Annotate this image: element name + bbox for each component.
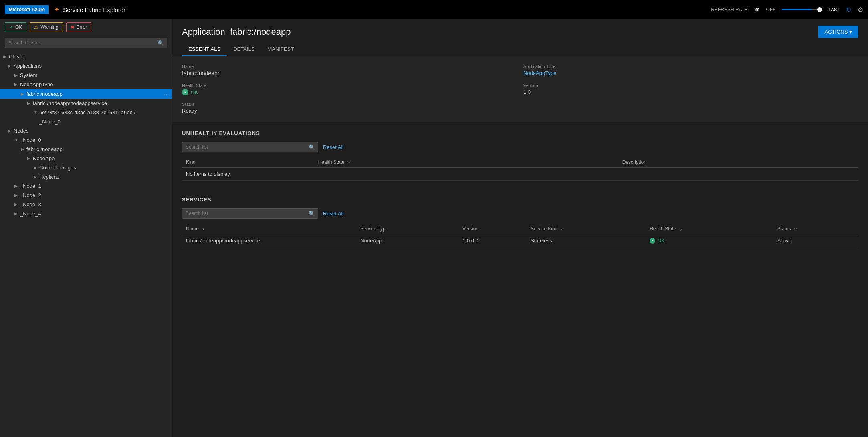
chevron-instance: ▼ — [34, 110, 39, 115]
tab-manifest[interactable]: MANIFEST — [261, 43, 300, 56]
status-filter-icon[interactable]: ▽ — [794, 227, 797, 231]
sidebar-item-applications[interactable]: ▶Applications — [0, 61, 172, 70]
sidebar-item-codepackages[interactable]: ▶Code Packages — [0, 163, 172, 172]
sidebar-item-instance[interactable]: ▼5ef23f37-633c-43ac-a138-7e15314a6bb9 — [0, 108, 172, 117]
essentials-grid: Name fabric:/nodeapp Application Type No… — [182, 64, 858, 114]
unhealthy-table: Kind Health State ▽ Description No items… — [182, 157, 858, 181]
chevron-nodeapp2: ▶ — [27, 156, 33, 161]
sidebar-item-system[interactable]: ▶System — [0, 70, 172, 80]
label-node3: _Node_3 — [20, 201, 169, 207]
service-status-cell: Active — [773, 234, 858, 247]
unhealthy-search-input[interactable] — [182, 142, 318, 152]
topbar-right: REFRESH RATE 2s OFF FAST ↻ ⚙ — [711, 6, 863, 14]
sidebar-tree: ▶Cluster▶Applications▶System▶NodeAppType… — [0, 50, 172, 437]
label-codepackages: Code Packages — [39, 165, 169, 171]
app-type-value[interactable]: NodeAppType — [523, 70, 858, 76]
health-state-label: Health State — [182, 83, 517, 88]
refresh-value: 2s — [754, 7, 759, 12]
health-filter-icon2[interactable]: ▽ — [679, 227, 682, 231]
warning-icon: ⚠ — [34, 24, 38, 30]
label-cluster: Cluster — [9, 54, 169, 60]
services-search-row: 🔍 Reset All — [182, 208, 858, 219]
refresh-rate-label: REFRESH RATE — [711, 7, 748, 12]
actions-button[interactable]: ACTIONS ▾ — [818, 26, 858, 38]
services-col-svctype: Service Type — [356, 224, 458, 234]
sidebar-item-fabricnodeapp2[interactable]: ▶fabric:/nodeapp — [0, 145, 172, 154]
services-table: Name ▲ Service Type Version Service Kind… — [182, 224, 858, 247]
azure-logo: Microsoft Azure — [5, 5, 49, 14]
label-system: System — [20, 72, 169, 78]
chevron-applications: ▶ — [8, 64, 14, 68]
sidebar-item-node4[interactable]: ▶_Node_4 — [0, 209, 172, 218]
health-state-field: Health State ✔ OK — [182, 83, 517, 95]
service-name-cell[interactable]: fabric:/nodeapp/nodeappservice — [182, 234, 356, 247]
unhealthy-reset-all[interactable]: Reset All — [323, 144, 343, 150]
chevron-node3: ▶ — [14, 202, 20, 207]
sidebar-item-nodes[interactable]: ▶Nodes — [0, 126, 172, 135]
health-filter-icon[interactable]: ▽ — [347, 160, 351, 165]
gear-icon[interactable]: ⚙ — [858, 6, 863, 14]
label-node0: _Node_0 — [39, 119, 169, 125]
version-field: Version 1.0 — [523, 83, 858, 95]
health-ok-circle: ✔ — [182, 89, 188, 95]
unhealthy-section: UNHEALTHY EVALUATIONS 🔍 Reset All Kind H… — [172, 122, 868, 189]
slider-thumb[interactable] — [817, 7, 822, 12]
name-label: Name — [182, 64, 517, 69]
tabs-bar: ESSENTIALS DETAILS MANIFEST — [172, 38, 868, 56]
sidebar-item-fabricnodeappservice[interactable]: ▶fabric:/nodeapp/nodeappservice — [0, 99, 172, 108]
no-items-row: No items to display. — [182, 168, 858, 181]
services-title: SERVICES — [182, 197, 858, 203]
sidebar-item-replicas[interactable]: ▶Replicas — [0, 172, 172, 181]
services-col-name: Name ▲ — [182, 224, 356, 234]
label-nodeapp2: NodeApp — [33, 155, 169, 161]
content-header: Application fabric:/nodeapp ACTIONS ▾ — [172, 19, 868, 38]
svckind-filter-icon[interactable]: ▽ — [561, 227, 564, 231]
unhealthy-search-row: 🔍 Reset All — [182, 142, 858, 152]
page-title: Application fabric:/nodeapp — [182, 27, 291, 37]
chevron-node2: ▶ — [14, 193, 20, 197]
sidebar: ✔ OK ⚠ Warning ✖ Error 🔍 ▶Cluster▶Applic… — [0, 19, 172, 437]
sidebar-item-nodeapptype[interactable]: ▶NodeAppType — [0, 80, 172, 89]
more-fabricnodeapp[interactable]: ··· — [164, 91, 169, 97]
refresh-icon[interactable]: ↻ — [846, 6, 851, 14]
sidebar-item-nodeapp2[interactable]: ▶NodeApp — [0, 154, 172, 163]
fast-label: FAST — [828, 7, 840, 12]
services-col-health: Health State ▽ — [646, 224, 773, 234]
sidebar-item-node0main[interactable]: ▼_Node_0 — [0, 135, 172, 145]
off-label: OFF — [766, 7, 775, 12]
sidebar-item-fabricnodeapp[interactable]: ▶fabric:/nodeapp··· — [0, 89, 172, 99]
chevron-fabricnodeappservice: ▶ — [27, 101, 33, 105]
app-type-label: Application Type — [523, 64, 858, 69]
label-replicas: Replicas — [39, 174, 169, 180]
tab-essentials[interactable]: ESSENTIALS — [182, 43, 227, 56]
sidebar-item-node2[interactable]: ▶_Node_2 — [0, 191, 172, 200]
label-fabricnodeappservice: fabric:/nodeapp/nodeappservice — [33, 100, 169, 106]
error-button[interactable]: ✖ Error — [66, 22, 92, 32]
label-node0main: _Node_0 — [20, 137, 169, 143]
sidebar-item-cluster[interactable]: ▶Cluster — [0, 52, 172, 61]
content-area: Application fabric:/nodeapp ACTIONS ▾ ES… — [172, 19, 868, 437]
error-icon: ✖ — [71, 24, 75, 30]
status-value: Ready — [182, 108, 517, 114]
chevron-nodeapptype: ▶ — [14, 82, 20, 87]
tab-details[interactable]: DETAILS — [227, 43, 261, 56]
chevron-cluster: ▶ — [3, 54, 9, 59]
sidebar-item-node0[interactable]: _Node_0 — [0, 117, 172, 126]
sidebar-item-node3[interactable]: ▶_Node_3 — [0, 200, 172, 209]
chevron-system: ▶ — [14, 73, 20, 77]
search-cluster-input[interactable] — [5, 38, 167, 48]
ok-button[interactable]: ✔ OK — [5, 22, 26, 32]
service-version-cell: 1.0.0.0 — [458, 234, 527, 247]
services-section: SERVICES 🔍 Reset All Name ▲ Service Type — [172, 189, 868, 255]
chevron-node1: ▶ — [14, 184, 20, 188]
services-search-input[interactable] — [182, 208, 318, 219]
label-fabricnodeapp2: fabric:/nodeapp — [26, 146, 169, 152]
services-reset-all[interactable]: Reset All — [323, 211, 343, 217]
sidebar-item-node1[interactable]: ▶_Node_1 — [0, 181, 172, 191]
warning-button[interactable]: ⚠ Warning — [30, 22, 63, 32]
label-nodeapptype: NodeAppType — [20, 81, 169, 87]
name-sort-icon[interactable]: ▲ — [202, 227, 206, 231]
refresh-slider[interactable] — [782, 9, 822, 10]
app-type-field: Application Type NodeAppType — [523, 64, 858, 77]
sidebar-header: ✔ OK ⚠ Warning ✖ Error — [0, 19, 172, 35]
